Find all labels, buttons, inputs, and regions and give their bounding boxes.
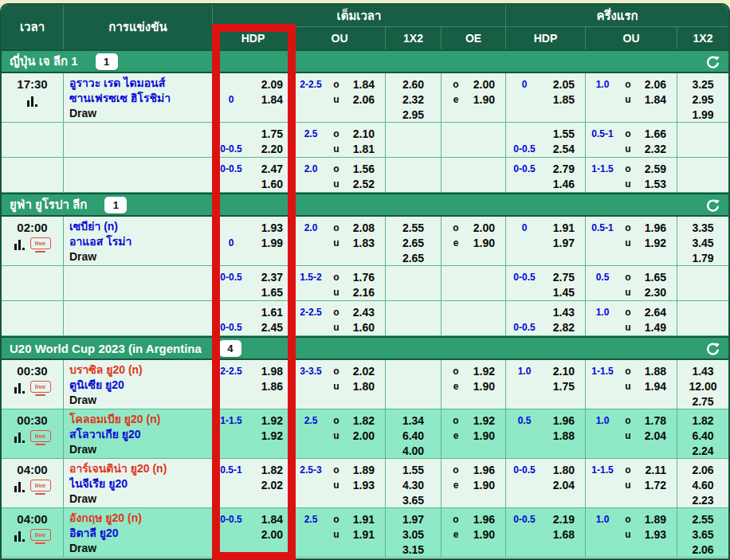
odds-value[interactable]: 1.56 [345, 163, 385, 175]
odds-value[interactable]: 1.45 [543, 286, 585, 299]
odds-value[interactable]: 2.00 [249, 528, 293, 541]
odds-value[interactable]: 2.06 [345, 93, 385, 106]
odds-value[interactable]: 2.23 [692, 494, 713, 507]
odds-value[interactable]: 1.97 [402, 513, 424, 526]
odds-value[interactable]: 1.89 [637, 513, 677, 526]
odds-value[interactable]: 4.30 [402, 479, 424, 491]
team-home[interactable]: อูราวะ เรด ไดมอนส์ [69, 76, 209, 91]
stats-icon[interactable] [14, 480, 26, 493]
odds-value[interactable]: 2.00 [470, 78, 505, 91]
odds-value[interactable]: 1.82 [345, 414, 385, 427]
odds-value[interactable]: 2.75 [692, 395, 713, 408]
odds-value[interactable]: 6.40 [402, 429, 424, 442]
odds-value[interactable]: 1.72 [637, 479, 677, 491]
odds-value[interactable]: 1.92 [470, 414, 505, 427]
odds-value[interactable]: 1.81 [345, 143, 385, 155]
odds-value[interactable]: 1.94 [637, 380, 677, 393]
odds-value[interactable]: 2.43 [345, 306, 385, 319]
odds-value[interactable]: 1.83 [345, 237, 385, 249]
team-away[interactable]: ไนจีเรีย ยู20 [69, 476, 209, 491]
odds-value[interactable]: 1.78 [637, 414, 677, 427]
odds-value[interactable]: 1.98 [249, 365, 293, 378]
odds-value[interactable]: 1.85 [543, 93, 585, 106]
odds-value[interactable]: 1.75 [543, 380, 585, 393]
odds-value[interactable]: 2.24 [692, 444, 713, 457]
odds-value[interactable]: 2.32 [402, 93, 424, 106]
team-home[interactable]: อังกฤษ ยู20 (n) [69, 511, 209, 526]
odds-value[interactable]: 2.09 [249, 78, 293, 91]
odds-value[interactable]: 1.93 [637, 528, 677, 541]
refresh-icon[interactable] [705, 55, 720, 70]
odds-value[interactable]: 1.96 [637, 221, 677, 234]
team-home[interactable]: เซบีย่า (n) [69, 219, 209, 234]
odds-value[interactable]: 1.84 [249, 93, 293, 106]
odds-value[interactable]: 2.65 [402, 237, 424, 249]
odds-value[interactable]: 2.00 [470, 221, 505, 234]
odds-value[interactable]: 2.06 [692, 464, 713, 476]
odds-value[interactable]: 1.49 [637, 321, 677, 334]
refresh-icon[interactable] [705, 342, 720, 357]
odds-value[interactable]: 1.99 [692, 108, 713, 121]
odds-value[interactable]: 1.80 [345, 380, 385, 393]
odds-value[interactable]: 2.00 [345, 429, 385, 442]
odds-value[interactable]: 2.06 [637, 78, 677, 91]
live-icon[interactable]: live [30, 480, 51, 495]
odds-value[interactable]: 3.25 [692, 78, 713, 91]
odds-value[interactable]: 4.60 [692, 479, 713, 491]
stats-icon[interactable] [14, 237, 26, 251]
team-home[interactable]: บราซิล ยู20 (n) [69, 362, 209, 378]
odds-value[interactable]: 2.52 [345, 178, 385, 190]
odds-value[interactable]: 2.05 [543, 78, 585, 91]
odds-value[interactable]: 1.46 [543, 178, 585, 190]
odds-value[interactable]: 1.66 [637, 127, 677, 140]
odds-value[interactable]: 2.16 [345, 286, 385, 299]
odds-value[interactable]: 2.02 [345, 365, 385, 378]
team-home[interactable]: อาร์เจนติน่า ยู20 (n) [69, 461, 209, 476]
team-home[interactable]: โคลอมเบีย ยู20 (n) [69, 412, 209, 427]
odds-value[interactable]: 1.84 [637, 93, 677, 106]
odds-value[interactable]: 2.55 [402, 221, 424, 234]
odds-value[interactable]: 1.80 [543, 464, 585, 476]
odds-value[interactable]: 1.82 [692, 414, 713, 427]
odds-value[interactable]: 1.88 [637, 365, 677, 378]
odds-value[interactable]: 2.75 [543, 271, 585, 284]
odds-value[interactable]: 2.65 [402, 252, 424, 264]
odds-value[interactable]: 2.11 [637, 464, 677, 476]
odds-value[interactable]: 1.93 [345, 479, 385, 491]
odds-value[interactable]: 2.79 [543, 163, 585, 175]
odds-value[interactable]: 2.45 [249, 321, 293, 334]
odds-value[interactable]: 2.04 [637, 429, 677, 442]
odds-value[interactable]: 1.92 [249, 429, 293, 442]
odds-value[interactable]: 2.10 [543, 365, 585, 378]
odds-value[interactable]: 3.15 [402, 543, 424, 556]
odds-value[interactable]: 1.43 [543, 306, 585, 319]
odds-value[interactable]: 1.68 [543, 528, 585, 541]
odds-value[interactable]: 1.60 [249, 178, 293, 190]
odds-value[interactable]: 1.89 [345, 464, 385, 476]
odds-value[interactable]: 1.61 [249, 306, 293, 319]
odds-value[interactable]: 2.55 [692, 513, 713, 526]
odds-value[interactable]: 1.96 [543, 414, 585, 427]
odds-value[interactable]: 2.06 [692, 543, 713, 556]
odds-value[interactable]: 1.96 [470, 513, 505, 526]
odds-value[interactable]: 1.82 [249, 464, 293, 476]
odds-value[interactable]: 1.55 [402, 464, 424, 476]
live-icon[interactable]: live [30, 430, 51, 445]
odds-value[interactable]: 1.97 [543, 237, 585, 249]
odds-value[interactable]: 4.00 [402, 444, 424, 457]
live-icon[interactable]: live [30, 529, 51, 544]
odds-value[interactable]: 1.90 [470, 429, 505, 442]
odds-value[interactable]: 3.65 [402, 494, 424, 507]
odds-value[interactable]: 1.90 [470, 380, 505, 393]
live-icon[interactable]: live [30, 237, 51, 253]
odds-value[interactable]: 1.88 [543, 429, 585, 442]
odds-value[interactable]: 2.95 [402, 108, 424, 121]
odds-value[interactable]: 1.76 [345, 271, 385, 284]
odds-value[interactable]: 1.90 [470, 93, 505, 106]
odds-value[interactable]: 3.05 [402, 528, 424, 541]
odds-value[interactable]: 2.02 [249, 479, 293, 491]
odds-value[interactable]: 2.59 [637, 163, 677, 175]
odds-value[interactable]: 2.82 [543, 321, 585, 334]
odds-value[interactable]: 2.95 [692, 93, 713, 106]
odds-value[interactable]: 1.84 [345, 78, 385, 91]
